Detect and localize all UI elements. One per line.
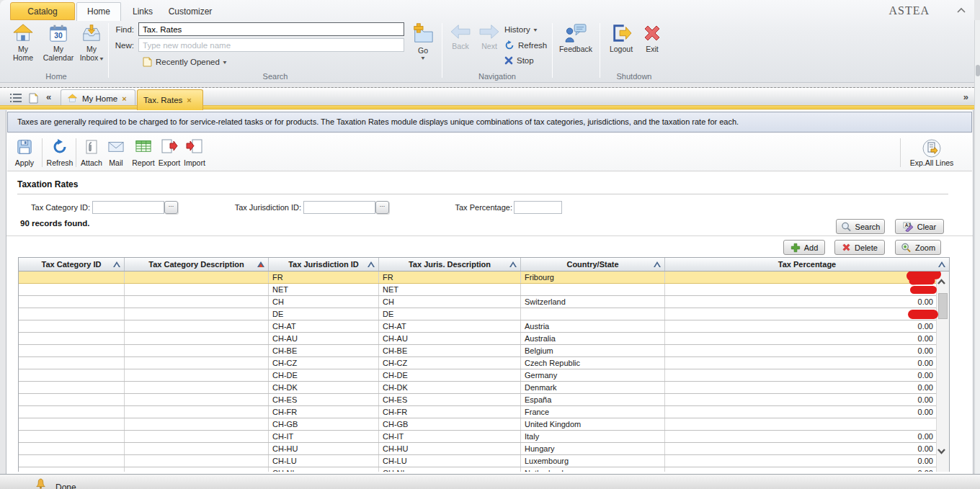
table-row[interactable]: CH-ESCH-ESEspaña0.00 (19, 394, 936, 406)
attach-button[interactable]: Attach (79, 137, 104, 169)
scroll-up-icon[interactable] (937, 279, 950, 293)
clear-button[interactable]: A3 Clear (895, 219, 944, 234)
feedback-button[interactable]: Feedback (555, 23, 597, 53)
table-row[interactable]: CH-LUCH-LULuxembourg0.00 (19, 455, 936, 467)
page-scrollbar-thumb[interactable] (976, 65, 980, 76)
scrollbar-thumb[interactable] (938, 293, 948, 319)
column-header-3[interactable]: Tax Juris. Description (379, 258, 521, 271)
grid-vertical-scrollbar[interactable] (936, 272, 949, 472)
column-header-5[interactable]: Tax Percentage (665, 258, 949, 271)
cell: CH-DE (269, 369, 379, 381)
column-header-0[interactable]: Tax Category ID (19, 258, 125, 271)
tabs-scroll-right-icon[interactable]: » (963, 91, 968, 102)
tabs-scroll-left-icon[interactable]: « (46, 91, 51, 102)
cell (125, 333, 269, 344)
next-button[interactable]: Next (476, 23, 503, 50)
app-tab-home[interactable]: Home (76, 2, 121, 21)
ribbon: Catalog Home Links Customizer ASTEA My H… (0, 0, 974, 83)
search-label: Search (855, 223, 881, 231)
sort-indicator-icon[interactable] (257, 261, 264, 267)
find-input[interactable] (138, 22, 404, 36)
cell (19, 467, 125, 472)
sort-indicator-icon[interactable] (654, 261, 661, 267)
cell (19, 455, 125, 467)
search-button[interactable]: Search (836, 219, 885, 234)
apply-button[interactable]: Apply (11, 137, 38, 169)
history-button[interactable]: History ▾ (504, 25, 537, 34)
table-row[interactable]: CHCHSwitzerland0.00 (19, 296, 936, 308)
delete-button[interactable]: Delete (834, 240, 885, 255)
table-row[interactable]: FRFRFribourg (19, 272, 936, 284)
cell (665, 272, 936, 283)
add-button[interactable]: Add (783, 240, 825, 255)
page-vertical-scrollbar[interactable] (974, 20, 980, 474)
exit-button[interactable]: Exit (640, 23, 664, 53)
sort-indicator-icon[interactable] (938, 261, 945, 267)
table-row[interactable]: CH-BECH-BEBelgium0.00 (19, 345, 936, 357)
tax-category-id-input[interactable] (92, 201, 164, 214)
notification-bell-icon[interactable] (36, 478, 45, 489)
table-row[interactable]: CH-AUCH-AUAustralia0.00 (19, 333, 936, 345)
tax-category-lookup-button[interactable]: ... (164, 201, 178, 214)
column-header-1[interactable]: Tax Category Description (125, 258, 269, 271)
table-row[interactable]: CH-GBCH-GBUnited Kingdom (19, 418, 936, 431)
table-row[interactable]: CH-CZCH-CZCzech Republic0.00 (19, 357, 936, 369)
new-document-icon[interactable] (29, 93, 42, 104)
stop-button[interactable]: Stop (504, 56, 534, 65)
import-button[interactable]: Import (182, 137, 208, 169)
sort-indicator-icon[interactable] (368, 261, 375, 267)
my-calendar-button[interactable]: 30 My Calendar (40, 23, 76, 62)
table-row[interactable]: CH-DKCH-DKDenmark0.00 (19, 382, 936, 394)
tab-close-icon[interactable]: × (122, 95, 126, 102)
app-tab-customizer[interactable]: Customizer (163, 3, 218, 21)
back-button[interactable]: Back (447, 23, 474, 50)
tab-tax-rates[interactable]: Tax. Rates × (137, 89, 203, 110)
tab-close-icon[interactable]: × (187, 97, 191, 104)
column-header-4[interactable]: Country/State (521, 258, 665, 271)
tax-percentage-input[interactable] (514, 201, 562, 214)
report-button[interactable]: Report (130, 137, 156, 169)
my-inbox-button[interactable]: My Inbox ▾ (76, 23, 107, 63)
app-tab-catalog[interactable]: Catalog (10, 2, 75, 20)
refresh-button[interactable]: Refresh (45, 137, 74, 169)
export-all-lines-button[interactable]: Exp.All Lines (903, 137, 961, 169)
tab-my-home[interactable]: My Home × (61, 89, 135, 107)
scroll-down-icon[interactable] (937, 448, 950, 462)
recently-opened-button[interactable]: Recently Opened ▾ (143, 57, 226, 67)
table-row[interactable]: CH-ATCH-ATAustria0.00 (19, 320, 936, 333)
feedback-label: Feedback (559, 45, 592, 53)
sort-indicator-icon[interactable] (113, 261, 120, 267)
mail-icon (108, 139, 124, 153)
tab-list-icon[interactable] (10, 93, 23, 104)
sort-indicator-icon[interactable] (509, 261, 517, 267)
column-header-2[interactable]: Tax Jurisdiction ID (269, 258, 379, 271)
tax-jurisdiction-id-input[interactable] (303, 201, 375, 214)
cell: 0.00 (665, 406, 936, 418)
table-row[interactable]: CH-HUCH-HUHungary0.00 (19, 443, 936, 455)
cell: Italy (521, 431, 665, 442)
table-row[interactable]: CH-DECH-DEGermany0.00 (19, 369, 936, 382)
table-row[interactable]: NETNET (19, 284, 936, 296)
cell: FR (269, 272, 379, 283)
table-row[interactable]: DEDE (19, 308, 936, 320)
cell (19, 357, 125, 369)
new-module-input[interactable] (138, 38, 404, 52)
my-home-button[interactable]: My Home (7, 23, 39, 62)
app-tab-links[interactable]: Links (127, 3, 159, 21)
go-button[interactable]: Go ▾ (406, 22, 440, 61)
table-row[interactable]: CH-FRCH-FRFrance0.00 (19, 406, 936, 418)
export-button[interactable]: Export (156, 137, 182, 169)
collapse-ribbon-icon[interactable] (956, 6, 967, 15)
tax-jurisdiction-lookup-button[interactable]: ... (375, 201, 389, 214)
refresh-nav-button[interactable]: Refresh (504, 40, 547, 50)
mail-button[interactable]: Mail (105, 137, 127, 169)
cell (125, 467, 269, 472)
zoom-button[interactable]: Zoom (895, 240, 941, 255)
next-arrow-icon (478, 23, 501, 40)
table-row[interactable]: CH-NLCH-NLNetherlands0.00 (19, 467, 936, 472)
cell (125, 455, 269, 467)
cell: 0.00 (665, 333, 936, 344)
logout-button[interactable]: Logout (604, 23, 638, 53)
ribbon-group-shutdown: Logout Exit Shutdown (601, 20, 667, 82)
table-row[interactable]: CH-ITCH-ITItaly0.00 (19, 431, 936, 443)
